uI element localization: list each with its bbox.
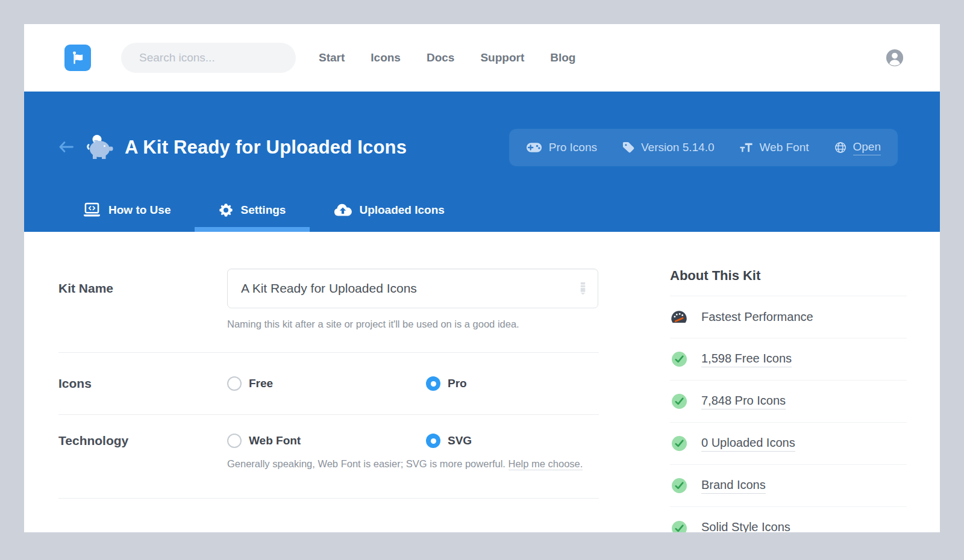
kit-tabs: How to Use Settings Uplo: [58, 193, 469, 232]
top-navigation: Start Icons Docs Support Blog: [24, 24, 940, 92]
font-awesome-flag-logo[interactable]: [64, 45, 91, 71]
check-circle-icon: [670, 394, 688, 409]
radio-label: Pro: [448, 377, 467, 390]
back-button[interactable]: [58, 140, 74, 155]
sidebar-item-performance: Fastest Performance: [670, 296, 907, 338]
radio-icon-checked[interactable]: [426, 376, 440, 391]
badge-label: Web Font: [759, 141, 809, 154]
badge-pro-icons: Pro Icons: [526, 141, 597, 154]
sidebar-item-label: Fastest Performance: [701, 310, 813, 324]
radio-label: Web Font: [249, 434, 301, 447]
solid-style-icons-link[interactable]: Solid Style Icons: [701, 520, 790, 532]
user-avatar-button[interactable]: [886, 49, 904, 67]
kit-title: A Kit Ready for Uploaded Icons: [125, 137, 407, 158]
nav-link-docs[interactable]: Docs: [427, 51, 454, 64]
kit-header: A Kit Ready for Uploaded Icons Pro Icons: [24, 92, 940, 232]
check-circle-icon: [670, 352, 688, 367]
icons-label: Icons: [58, 376, 227, 391]
about-this-kit-panel: About This Kit Fastest Performance: [670, 232, 907, 532]
kit-name-label: Kit Name: [58, 269, 227, 330]
tab-how-to-use[interactable]: How to Use: [58, 193, 195, 232]
nav-link-start[interactable]: Start: [319, 51, 345, 64]
globe-icon: [834, 142, 847, 154]
check-circle-icon: [670, 436, 688, 451]
kit-name-row: Kit Name: [58, 232, 599, 353]
pencil-icon: [578, 281, 587, 297]
nav-link-icons[interactable]: Icons: [371, 51, 401, 64]
radio-option-free[interactable]: Free: [227, 376, 426, 391]
search-bar: [121, 43, 296, 73]
badge-label: Version 5.14.0: [641, 141, 714, 154]
kit-name-help: Naming this kit after a site or project …: [227, 319, 599, 330]
sidebar-item-free-icons: 1,598 Free Icons: [670, 338, 907, 381]
tag-icon: [622, 142, 634, 154]
tab-uploaded-icons[interactable]: Uploaded Icons: [310, 193, 468, 232]
tachometer-icon: [670, 309, 688, 325]
page-card: Start Icons Docs Support Blog: [24, 24, 940, 532]
search-input[interactable]: [139, 51, 287, 64]
kit-name-input[interactable]: [227, 269, 598, 308]
sidebar-item-brand-icons: Brand Icons: [670, 465, 907, 507]
technology-label: Technology: [58, 434, 227, 470]
gear-icon: [219, 203, 233, 217]
tab-label: Settings: [240, 204, 286, 217]
brand-icons-link[interactable]: Brand Icons: [701, 478, 766, 494]
piggy-bank-icon: [85, 134, 114, 161]
arrow-left-icon: [58, 140, 74, 154]
radio-icon-checked[interactable]: [426, 434, 440, 448]
tab-label: How to Use: [108, 204, 171, 217]
icons-row: Icons Free Pro: [58, 353, 599, 415]
radio-label: Free: [249, 377, 273, 390]
sidebar-item-uploaded-icons: 0 Uploaded Icons: [670, 423, 907, 465]
technology-help: Generally speaking, Web Font is easier; …: [227, 458, 625, 470]
pro-icons-link[interactable]: 7,848 Pro Icons: [701, 394, 786, 409]
badge-web-font: Web Font: [739, 141, 809, 154]
radio-option-pro[interactable]: Pro: [426, 376, 625, 391]
nav-links: Start Icons Docs Support Blog: [319, 51, 601, 64]
nav-link-blog[interactable]: Blog: [550, 51, 575, 64]
radio-icon-unchecked[interactable]: [227, 434, 242, 448]
radio-option-web-font[interactable]: Web Font: [227, 434, 426, 448]
badge-label: Pro Icons: [549, 141, 597, 154]
help-me-choose-link[interactable]: Help me choose.: [509, 458, 583, 470]
free-icons-link[interactable]: 1,598 Free Icons: [701, 352, 792, 367]
check-circle-icon: [670, 478, 688, 493]
gamepad-icon: [526, 142, 542, 153]
settings-form: Kit Name: [58, 232, 599, 532]
settings-content: Kit Name: [24, 232, 940, 532]
badge-open: Open: [834, 140, 881, 155]
sidebar-title: About This Kit: [670, 268, 907, 284]
text-height-icon: [739, 142, 753, 154]
uploaded-icons-link[interactable]: 0 Uploaded Icons: [701, 436, 795, 452]
badge-version: Version 5.14.0: [622, 141, 714, 154]
sidebar-item-solid-style: Solid Style Icons: [670, 507, 907, 532]
sidebar-item-pro-icons: 7,848 Pro Icons: [670, 381, 907, 423]
flag-icon: [70, 50, 86, 66]
check-circle-icon: [670, 521, 688, 533]
radio-option-svg[interactable]: SVG: [426, 434, 625, 448]
nav-link-support[interactable]: Support: [480, 51, 524, 64]
tab-settings[interactable]: Settings: [195, 193, 310, 232]
kit-badge-bar: Pro Icons Version 5.14.0: [509, 129, 898, 166]
technology-row: Technology Web Font SVG Generally sp: [58, 415, 599, 499]
radio-icon-unchecked[interactable]: [227, 376, 242, 391]
tab-label: Uploaded Icons: [359, 204, 444, 217]
radio-label: SVG: [448, 434, 472, 447]
laptop-code-icon: [83, 202, 101, 217]
user-circle-icon: [886, 49, 904, 67]
open-kit-link[interactable]: Open: [853, 140, 881, 155]
cloud-upload-icon: [334, 204, 352, 217]
